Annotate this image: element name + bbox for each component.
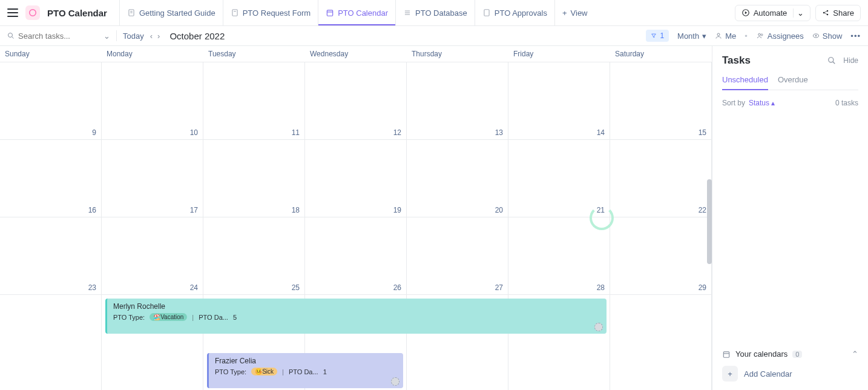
event-type-label: PTO Type:	[215, 368, 246, 375]
svg-point-0	[30, 10, 36, 16]
tab-label: PTO Approvals	[495, 8, 547, 18]
prev-button[interactable]: ‹	[150, 31, 153, 41]
day-number: 16	[88, 206, 96, 214]
event-meta: PTO Type: 🤒Sick | PTO Da... 1	[215, 368, 397, 375]
day-number: 24	[190, 283, 198, 292]
svg-point-15	[827, 14, 829, 16]
divider	[116, 30, 117, 41]
calendar-day[interactable]: 30	[0, 295, 102, 390]
tab-pto-database[interactable]: PTO Database	[395, 0, 475, 25]
add-calendar-label: Add Calendar	[744, 369, 792, 378]
tab-overdue[interactable]: Overdue	[778, 75, 808, 90]
automate-label: Automate	[754, 8, 787, 18]
calendar-day[interactable]: 17	[102, 140, 203, 217]
me-filter[interactable]: Me	[715, 31, 736, 41]
event-sick[interactable]: Frazier Celia PTO Type: 🤒Sick | PTO Da..…	[207, 353, 403, 388]
svg-rect-6	[327, 10, 332, 16]
tab-unscheduled[interactable]: Unscheduled	[722, 75, 768, 90]
automate-icon	[741, 8, 750, 17]
avatar[interactable]	[594, 323, 603, 331]
day-header: Tuesday	[203, 46, 305, 62]
calendar-day[interactable]: 28	[508, 217, 610, 294]
day-header: Thursday	[407, 46, 508, 62]
day-number: 14	[597, 128, 605, 137]
sort-selector[interactable]: Status ▴	[749, 99, 775, 107]
svg-point-21	[758, 33, 761, 36]
svg-rect-11	[484, 10, 489, 16]
assignees-label: Assignees	[768, 31, 804, 41]
chevron-down-icon[interactable]: ⌄	[104, 31, 110, 41]
calendar-day[interactable]: 12	[305, 62, 407, 139]
avatar[interactable]	[391, 377, 399, 386]
page-title: PTO Calendar	[47, 8, 107, 18]
tab-getting-started[interactable]: Getting Started Guide	[119, 0, 223, 25]
hide-button[interactable]: Hide	[843, 56, 858, 65]
calendar-day[interactable]: 26	[305, 217, 407, 294]
tab-label: PTO Calendar	[338, 8, 388, 18]
calendar-day[interactable]: 11	[203, 62, 305, 139]
automate-button[interactable]: Automate ⌄	[735, 5, 811, 21]
tab-label: PTO Database	[415, 8, 467, 18]
scale-selector[interactable]: Month ▾	[677, 31, 706, 41]
calendar-day[interactable]: 22	[610, 140, 712, 217]
calendar-day[interactable]: 24	[102, 217, 203, 294]
show-label: Show	[823, 31, 843, 41]
tab-request-form[interactable]: PTO Request Form	[223, 0, 318, 25]
day-header: Wednesday	[305, 46, 407, 62]
svg-point-22	[761, 34, 763, 36]
calendar-day[interactable]: 13	[407, 62, 508, 139]
next-button[interactable]: ›	[157, 31, 160, 41]
person-icon	[715, 32, 722, 39]
day-number: 29	[699, 283, 706, 292]
day-number: 18	[292, 206, 300, 214]
more-icon[interactable]: •••	[850, 31, 861, 41]
day-number: 20	[495, 206, 503, 214]
calendar-day[interactable]: 18	[203, 140, 305, 217]
calendar-day[interactable]: 9	[0, 62, 102, 139]
event-days-label: PTO Da...	[199, 314, 228, 321]
calendar-day[interactable]: 16	[0, 140, 102, 217]
tab-pto-calendar[interactable]: PTO Calendar	[318, 0, 395, 25]
add-view-button[interactable]: + View	[554, 0, 595, 25]
today-button[interactable]: Today	[123, 31, 144, 41]
doc-icon	[482, 8, 491, 17]
filter-button[interactable]: 1	[646, 30, 669, 42]
calendar-day[interactable]: 20	[407, 140, 508, 217]
menu-icon[interactable]	[7, 8, 18, 17]
calendar-day[interactable]: 23	[0, 217, 102, 294]
calendar-day[interactable]: 15	[610, 62, 712, 139]
search-input[interactable]	[18, 31, 91, 41]
calendar-day[interactable]: 29	[610, 217, 712, 294]
plus-icon: +	[562, 8, 567, 18]
calendar-day[interactable]: 27	[407, 217, 508, 294]
search-wrap[interactable]: ⌄	[7, 31, 110, 41]
day-number: 27	[495, 283, 503, 292]
search-icon	[7, 32, 15, 39]
svg-point-24	[815, 35, 817, 37]
chevron-down-icon[interactable]: ⌄	[793, 8, 807, 18]
event-type-label: PTO Type:	[113, 314, 145, 321]
chevron-up-icon[interactable]: ⌃	[852, 349, 858, 359]
calendar-day[interactable]: 19	[305, 140, 407, 217]
event-meta: PTO Type: 🏖️Vacation | PTO Da... 5	[113, 313, 600, 321]
chevron-down-icon: ▾	[702, 31, 706, 41]
add-calendar-button[interactable]: + Add Calendar	[722, 366, 858, 382]
calendar-day[interactable]: 25	[203, 217, 305, 294]
day-number: 12	[393, 128, 401, 137]
your-calendars-row[interactable]: Your calendars 0 ⌃	[722, 349, 858, 359]
scrollbar[interactable]	[707, 179, 712, 264]
show-button[interactable]: Show	[812, 31, 843, 41]
calendar-day[interactable]: 5	[610, 295, 712, 390]
task-count: 0 tasks	[835, 99, 858, 107]
tab-label: PTO Request Form	[243, 8, 311, 18]
assignees-filter[interactable]: Assignees	[756, 31, 804, 41]
calendar-day[interactable]: 21	[508, 140, 610, 217]
day-headers: Sunday Monday Tuesday Wednesday Thursday…	[0, 46, 712, 62]
calendar-week: 9 10 11 12 13 14 15	[0, 62, 712, 140]
search-icon[interactable]	[827, 56, 836, 65]
calendar-day[interactable]: 10	[102, 62, 203, 139]
calendar-day[interactable]: 14	[508, 62, 610, 139]
share-button[interactable]: Share	[815, 5, 861, 21]
tab-pto-approvals[interactable]: PTO Approvals	[475, 0, 554, 25]
event-vacation[interactable]: Merlyn Rochelle PTO Type: 🏖️Vacation | P…	[105, 299, 607, 334]
